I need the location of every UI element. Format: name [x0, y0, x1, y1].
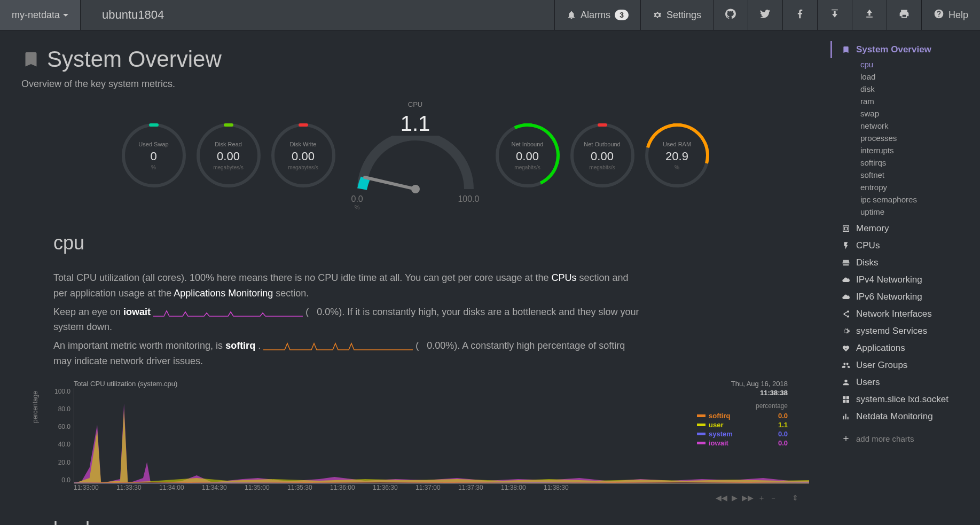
gauge-net-outbound[interactable]: Net Outbound 0.00 megabits/s	[568, 123, 637, 187]
sidebar-item-network-interfaces[interactable]: Network Interfaces	[830, 305, 980, 323]
gauge-used-ram[interactable]: Used RAM 20.9 %	[642, 123, 712, 187]
chart-controls: ◀◀ ▶ ▶▶ ＋ － ⇕	[716, 493, 798, 503]
play-icon[interactable]: ▶	[732, 493, 738, 503]
gauge-disk-read[interactable]: Disk Read 0.00 megabytes/s	[194, 123, 263, 187]
legend-date: Thu, Aug 16, 2018	[697, 380, 788, 388]
resize-icon[interactable]: ⇕	[792, 493, 798, 503]
sidebar-item-cpus[interactable]: CPUs	[830, 237, 980, 254]
sidebar-item-users[interactable]: Users	[830, 374, 980, 391]
sidebar-sub-softnet[interactable]: softnet	[830, 169, 980, 181]
gauge-value: 0.00	[591, 150, 614, 163]
x-tick: 11:34:00	[159, 484, 202, 491]
sidebar-sub-network[interactable]: network	[830, 120, 980, 132]
sidebar-sub-entropy[interactable]: entropy	[830, 181, 980, 193]
hdd-icon	[841, 258, 851, 268]
sidebar-item-user-groups[interactable]: User Groups	[830, 357, 980, 374]
brand-menu[interactable]: my-netdata	[0, 0, 81, 30]
load-heading: load	[53, 518, 809, 525]
gauge-used-swap[interactable]: Used Swap 0 %	[119, 123, 189, 187]
sidebar-sub-processes[interactable]: processes	[830, 132, 980, 144]
upload-button[interactable]	[852, 0, 887, 30]
topbar: my-netdata ubuntu1804 Alarms 3 Settings …	[0, 0, 980, 30]
settings-label: Settings	[667, 10, 701, 21]
alarms-button[interactable]: Alarms 3	[554, 0, 640, 30]
y-axis-label: percentage	[32, 391, 39, 423]
print-button[interactable]	[887, 0, 921, 30]
x-tick: 11:35:00	[245, 484, 287, 491]
sidebar-sub-disk[interactable]: disk	[830, 83, 980, 95]
x-tick: 11:38:00	[501, 484, 544, 491]
rewind-icon[interactable]: ◀◀	[716, 493, 727, 503]
sidebar-sub-ram[interactable]: ram	[830, 95, 980, 107]
sidebar-item-netdata-monitoring[interactable]: Netdata Monitoring	[830, 408, 980, 425]
sidebar-sub-softirqs[interactable]: softirqs	[830, 156, 980, 169]
x-tick: 11:38:30	[544, 484, 586, 491]
bell-icon	[567, 10, 576, 20]
download-button[interactable]	[817, 0, 852, 30]
sidebar-sub-cpu[interactable]: cpu	[830, 58, 980, 70]
sidebar-sub-uptime[interactable]: uptime	[830, 206, 980, 218]
gauge-net-inbound[interactable]: Net Inbound 0.00 megabits/s	[493, 123, 562, 187]
gear-icon	[653, 10, 662, 20]
gauge-label: Net Outbound	[584, 141, 621, 147]
sidebar-item-label: System Overview	[856, 44, 931, 55]
y-tick: 40.0	[58, 441, 70, 448]
sidebar-item-overview[interactable]: System Overview	[830, 41, 980, 58]
sidebar-item-disks[interactable]: Disks	[830, 254, 980, 271]
sidebar-add-more[interactable]: add more charts	[830, 430, 980, 446]
sidebar-sub-swap[interactable]: swap	[830, 107, 980, 120]
github-icon	[725, 9, 736, 22]
sidebar-item-ipv4-networking[interactable]: IPv4 Networking	[830, 271, 980, 288]
sidebar-item-label: add more charts	[856, 434, 914, 443]
upload-icon	[864, 9, 875, 22]
bolt-icon	[841, 241, 851, 250]
sidebar-item-label: CPUs	[856, 240, 880, 251]
sidebar-sub-load[interactable]: load	[830, 70, 980, 83]
gauge-disk-write[interactable]: Disk Write 0.00 megabytes/s	[269, 123, 338, 187]
gauge-cpu[interactable]: CPU 1.1 0.0% 100.0	[343, 100, 488, 210]
sidebar-item-label: Memory	[856, 223, 889, 234]
chart-plot[interactable]	[74, 388, 809, 484]
github-button[interactable]	[713, 0, 748, 30]
sidebar-item-label: Applications	[856, 343, 905, 354]
x-tick: 11:37:30	[458, 484, 501, 491]
cpus-link[interactable]: CPUs	[552, 272, 577, 283]
sidebar-item-ipv6-networking[interactable]: IPv6 Networking	[830, 288, 980, 305]
gauge-unit: megabits/s	[589, 164, 615, 170]
sidebar-item-memory[interactable]: Memory	[830, 220, 980, 237]
twitter-button[interactable]	[748, 0, 782, 30]
x-axis: 11:33:0011:33:3011:34:0011:34:3011:35:00…	[74, 484, 809, 491]
sidebar-item-label: User Groups	[856, 360, 907, 371]
gauge-unit: megabytes/s	[213, 164, 244, 170]
y-tick: 60.0	[58, 423, 70, 430]
sidebar-sub-ipc-semaphores[interactable]: ipc semaphores	[830, 193, 980, 206]
topbar-right: Alarms 3 Settings Help	[554, 0, 980, 30]
sidebar-item-label: Network Interfaces	[856, 309, 932, 319]
forward-icon[interactable]: ▶▶	[742, 493, 754, 503]
cpu-max: 100.0	[458, 194, 479, 210]
sidebar-sub-interrupts[interactable]: interrupts	[830, 144, 980, 156]
zoom-out-icon[interactable]: －	[770, 493, 777, 503]
sidebar-item-system-slice-lxd-socket[interactable]: system.slice lxd.socket	[830, 391, 980, 408]
settings-button[interactable]: Settings	[640, 0, 713, 30]
apps-link[interactable]: Applications Monitoring	[174, 288, 273, 299]
sidebar-item-label: system.slice lxd.socket	[856, 394, 948, 405]
help-button[interactable]: Help	[921, 0, 980, 30]
topbar-left: my-netdata ubuntu1804	[0, 0, 185, 30]
zoom-in-icon[interactable]: ＋	[758, 493, 765, 503]
sidebar-item-systemd-services[interactable]: systemd Services	[830, 323, 980, 340]
sidebar-item-label: Disks	[856, 257, 879, 268]
bar-icon	[841, 412, 851, 421]
gauge-label: CPU	[343, 100, 488, 108]
gauge-value: 0.00	[217, 150, 240, 163]
facebook-button[interactable]	[782, 0, 817, 30]
cpu-min: 0.0	[351, 194, 363, 203]
x-tick: 11:36:00	[330, 484, 373, 491]
sidebar-item-label: IPv4 Networking	[856, 275, 922, 285]
sidebar-item-applications[interactable]: Applications	[830, 340, 980, 357]
cogs-icon	[841, 326, 851, 336]
users-icon	[841, 361, 851, 370]
bookmark-icon	[21, 50, 41, 69]
x-tick: 11:33:30	[116, 484, 159, 491]
sidebar-item-label: Users	[856, 377, 880, 388]
